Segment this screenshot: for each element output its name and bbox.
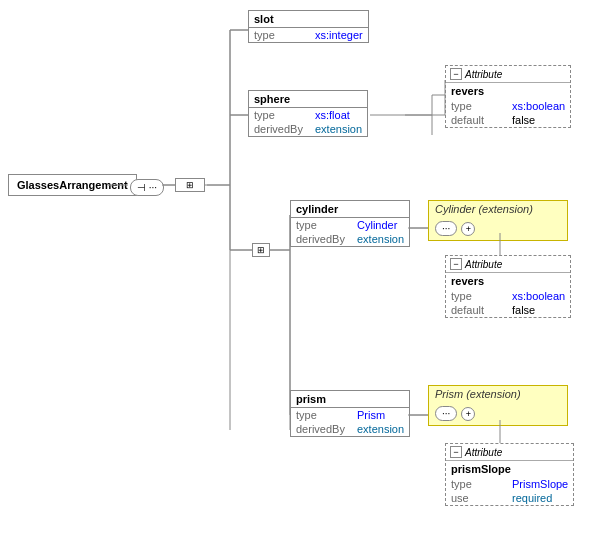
root-box: GlassesArrangement — [8, 174, 137, 196]
prism-ext-box: Prism (extension) ··· + — [428, 385, 568, 426]
prism-attr-header: Attribute — [465, 447, 502, 458]
sphere-attr-header: Attribute — [465, 69, 502, 80]
cylinder-title: cylinder — [291, 201, 409, 218]
prism-attr-box: − Attribute prismSlope type PrismSlope u… — [445, 443, 574, 506]
prism-derived-label: derivedBy — [296, 423, 351, 435]
prism-type-value: Prism — [357, 409, 385, 421]
prism-attr-use-label: use — [451, 492, 506, 504]
prism-attr-use-value: required — [512, 492, 552, 504]
cylinder-attr-header: Attribute — [465, 259, 502, 270]
root-label: GlassesArrangement — [17, 179, 128, 191]
prism-ext-title: Prism (extension) — [429, 386, 567, 402]
sphere-title: sphere — [249, 91, 367, 108]
slot-type-label: type — [254, 29, 309, 41]
sphere-attr-type-label: type — [451, 100, 506, 112]
cylinder-dots: ··· — [442, 223, 450, 234]
seq-box-2: ⊞ — [252, 243, 270, 257]
cylinder-attr-type-label: type — [451, 290, 506, 302]
cylinder-type-label: type — [296, 219, 351, 231]
sphere-attr-minus: − — [450, 68, 462, 80]
cylinder-derived-label: derivedBy — [296, 233, 351, 245]
prism-dots: ··· — [442, 408, 450, 419]
prism-attr-type-label: type — [451, 478, 506, 490]
cylinder-attr-default-label: default — [451, 304, 506, 316]
cylinder-ext-box: Cylinder (extension) ··· + — [428, 200, 568, 241]
slot-title: slot — [249, 11, 368, 28]
prism-attr-type-value: PrismSlope — [512, 478, 568, 490]
prism-derived-value: extension — [357, 423, 404, 435]
slot-box: slot type xs:integer — [248, 10, 369, 43]
prism-title: prism — [291, 391, 409, 408]
seq-icon-1: ⊞ — [186, 180, 194, 190]
cylinder-attr-title: revers — [446, 273, 570, 289]
prism-box: prism type Prism derivedBy extension — [290, 390, 410, 437]
sphere-attr-default-label: default — [451, 114, 506, 126]
cylinder-attr-default-value: false — [512, 304, 535, 316]
seq-icon-2: ⊞ — [257, 245, 265, 255]
prism-attr-minus: − — [450, 446, 462, 458]
prism-plus-icon: + — [466, 409, 471, 419]
cylinder-attr-type-value: xs:boolean — [512, 290, 565, 302]
cylinder-attr-minus: − — [450, 258, 462, 270]
sphere-attr-box: − Attribute revers type xs:boolean defau… — [445, 65, 571, 128]
sphere-type-value: xs:float — [315, 109, 350, 121]
sphere-type-label: type — [254, 109, 309, 121]
sphere-attr-title: revers — [446, 83, 570, 99]
cylinder-attr-box: − Attribute revers type xs:boolean defau… — [445, 255, 571, 318]
diagram: GlassesArrangement ⊣ ··· ⊞ slot type xs:… — [0, 0, 611, 540]
root-connector-oval: ⊣ ··· — [130, 179, 164, 196]
sphere-derived-value: extension — [315, 123, 362, 135]
sphere-derived-label: derivedBy — [254, 123, 309, 135]
sphere-box: sphere type xs:float derivedBy extension — [248, 90, 368, 137]
cylinder-type-value: Cylinder — [357, 219, 397, 231]
cylinder-ext-title: Cylinder (extension) — [429, 201, 567, 217]
cylinder-box: cylinder type Cylinder derivedBy extensi… — [290, 200, 410, 247]
seq-box-1: ⊞ — [175, 178, 205, 192]
sphere-attr-type-value: xs:boolean — [512, 100, 565, 112]
cylinder-derived-value: extension — [357, 233, 404, 245]
sphere-attr-default-value: false — [512, 114, 535, 126]
slot-type-value: xs:integer — [315, 29, 363, 41]
prism-type-label: type — [296, 409, 351, 421]
prism-attr-title: prismSlope — [446, 461, 573, 477]
cylinder-plus-icon: + — [466, 224, 471, 234]
